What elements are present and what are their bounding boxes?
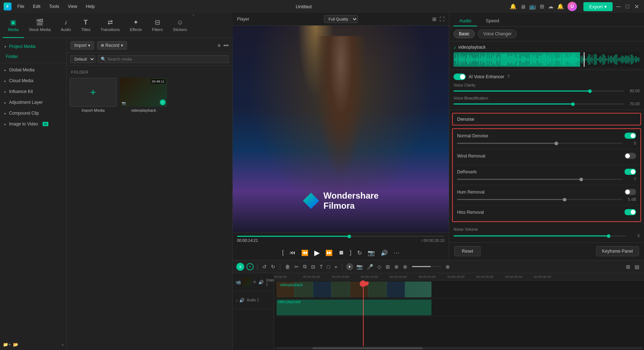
denoise-normal-handle[interactable] [555, 142, 558, 145]
bracket-out-btn[interactable]: ] [350, 249, 351, 256]
menu-help[interactable]: Help [83, 3, 98, 10]
toolbar-filters[interactable]: ⊟ Filters [147, 13, 168, 38]
reset-button[interactable]: Reset [454, 246, 481, 256]
sidebar-item-project[interactable]: ▾ Project Media [0, 41, 66, 52]
toolbar-stickers[interactable]: ☺ Stickers [168, 13, 192, 38]
maximize-button[interactable]: □ [624, 3, 631, 10]
denoise-normal-slider[interactable] [457, 143, 622, 144]
split-view-icon[interactable]: ⊞ [432, 16, 437, 22]
sidebar-item-image-to-video[interactable]: ▸ Image to Video AI [0, 119, 66, 129]
denoise-reverb-toggle[interactable] [625, 169, 636, 175]
denoise-wind-toggle[interactable] [625, 153, 636, 159]
noise-volume-handle[interactable] [607, 234, 610, 238]
ai-voice-toggle[interactable] [454, 74, 466, 80]
volume-slider[interactable] [412, 266, 441, 267]
expand-tl-btn[interactable]: ▤ [634, 263, 640, 271]
video-clip-1[interactable]: videoplayback [276, 282, 431, 297]
bell-icon[interactable]: 🔔 [557, 3, 564, 10]
progress-handle[interactable] [347, 235, 351, 238]
filter-media-icon[interactable]: ≡ [218, 43, 220, 48]
add-folder-icon[interactable]: 📁+ [3, 342, 11, 347]
scrollbar-thumb[interactable] [312, 347, 422, 349]
audio-clip-1[interactable]: videoplayback [276, 300, 431, 315]
voice-clarity-handle[interactable] [588, 89, 592, 93]
progress-bar[interactable] [237, 236, 444, 237]
grid-tl-btn[interactable]: ⊞ [625, 263, 631, 271]
sidebar-folder[interactable]: Folder [0, 52, 66, 61]
close-button[interactable]: ✕ [633, 3, 640, 10]
loop-btn[interactable]: ↻ [357, 249, 362, 256]
keyframe-panel-button[interactable]: Keyframe Panel [596, 246, 639, 256]
play-btn[interactable]: ▶ [314, 248, 320, 257]
toolbar-effects[interactable]: ✦ Effects [125, 13, 147, 38]
export-button[interactable]: Export ▾ [583, 2, 613, 11]
menu-tools[interactable]: Tools [46, 3, 62, 10]
add-media-btn[interactable]: + [236, 263, 244, 271]
notification-icon[interactable]: 🔔 [510, 3, 517, 10]
cloud-icon[interactable]: ☁ [548, 3, 553, 10]
noise-volume-slider[interactable] [454, 235, 626, 236]
stop-btn[interactable]: ⏹ [338, 249, 344, 256]
snapshot-tl-btn[interactable]: 📷 [355, 263, 364, 271]
video-media-item[interactable]: 00:48:11 📷 ✓ videoplayback [120, 78, 167, 112]
toolbar-media[interactable]: ▣ Media [3, 13, 24, 38]
help-icon[interactable]: ? [507, 74, 510, 79]
link-tl-btn[interactable]: ⊗ [402, 263, 408, 271]
volume-track-icon[interactable]: 🔊 [258, 280, 264, 285]
more-media-icon[interactable]: ••• [223, 43, 229, 48]
denoise-hiss-toggle[interactable] [625, 209, 636, 215]
denoise-normal-toggle[interactable] [625, 133, 636, 139]
record-tl-btn[interactable]: ● [346, 263, 353, 270]
mute-icon[interactable]: 🔊 [239, 298, 245, 303]
new-folder-icon[interactable]: 📂 [13, 342, 18, 347]
text-btn[interactable]: T [319, 263, 324, 271]
connect-tl-btn[interactable]: ⊕ [393, 263, 400, 271]
mask-btn[interactable]: □ [326, 263, 331, 271]
step-back-btn[interactable]: ⏪ [301, 249, 308, 256]
denoise-reverb-slider[interactable] [457, 179, 622, 180]
search-input[interactable] [108, 57, 225, 61]
minimize-button[interactable]: ─ [615, 3, 622, 10]
import-button[interactable]: Import ▾ [70, 41, 94, 50]
plus-tl-btn[interactable]: ⊕ [444, 263, 451, 271]
record-button[interactable]: Record ▾ [97, 41, 127, 50]
toolbar-titles[interactable]: T Titles [76, 13, 96, 38]
denoise-hum-handle[interactable] [563, 198, 566, 201]
toolbar-audio[interactable]: ♪ Audio [56, 13, 76, 38]
monitor-icon[interactable]: 📺 [529, 3, 536, 10]
menu-view[interactable]: View [65, 3, 80, 10]
more-tl-btn[interactable]: » [333, 263, 338, 271]
voice-clarity-slider[interactable] [454, 90, 624, 92]
sidebar-item-global[interactable]: ▸ Global Media [0, 65, 66, 75]
subtab-voice-changer[interactable]: Voice Changer [478, 30, 517, 38]
eye-icon[interactable]: 👁 [253, 280, 257, 285]
grid-icon[interactable]: ⊞ [540, 3, 544, 10]
redo-btn[interactable]: ↻ [270, 263, 276, 271]
user-avatar[interactable]: U [568, 2, 577, 11]
sidebar-item-compound[interactable]: ▸ Compound Clip [0, 108, 66, 119]
delete-btn[interactable]: 🗑 [284, 263, 291, 271]
sidebar-item-cloud[interactable]: ▸ Cloud Media [0, 75, 66, 86]
sort-select[interactable]: Default [70, 55, 95, 63]
menu-file[interactable]: File [14, 3, 27, 10]
tab-audio[interactable]: Audio [454, 16, 477, 26]
voice-tl-btn[interactable]: 🎤 [366, 263, 374, 271]
quality-select[interactable]: Full Quality [324, 15, 358, 23]
denoise-hum-toggle[interactable] [625, 189, 636, 195]
toolbar-expand-icon[interactable]: › [193, 13, 194, 38]
snapshot-btn[interactable]: 📷 [368, 249, 375, 256]
voice-beautification-handle[interactable] [571, 102, 575, 106]
import-media-item[interactable]: + Import Media [70, 78, 117, 112]
subtab-basic[interactable]: Basic [454, 30, 475, 38]
menu-edit[interactable]: Edit [30, 3, 43, 10]
bracket-in-btn[interactable]: [ [282, 249, 284, 256]
keyframe-tl-btn[interactable]: ◇ [376, 263, 382, 271]
prev-frame-btn[interactable]: ⏮ [290, 249, 295, 256]
duplicate-btn[interactable]: ⧉ [302, 262, 308, 271]
shield-tl-btn[interactable]: ⊞ [385, 263, 391, 271]
denoise-hum-slider[interactable] [457, 199, 622, 200]
add-item-btn[interactable]: + [246, 263, 254, 270]
voice-beautification-slider[interactable] [454, 103, 624, 105]
toolbar-stock[interactable]: 🎬 Stock Media [24, 13, 56, 38]
sidebar-item-adjustment[interactable]: ▸ Adjustment Layer [0, 97, 66, 108]
